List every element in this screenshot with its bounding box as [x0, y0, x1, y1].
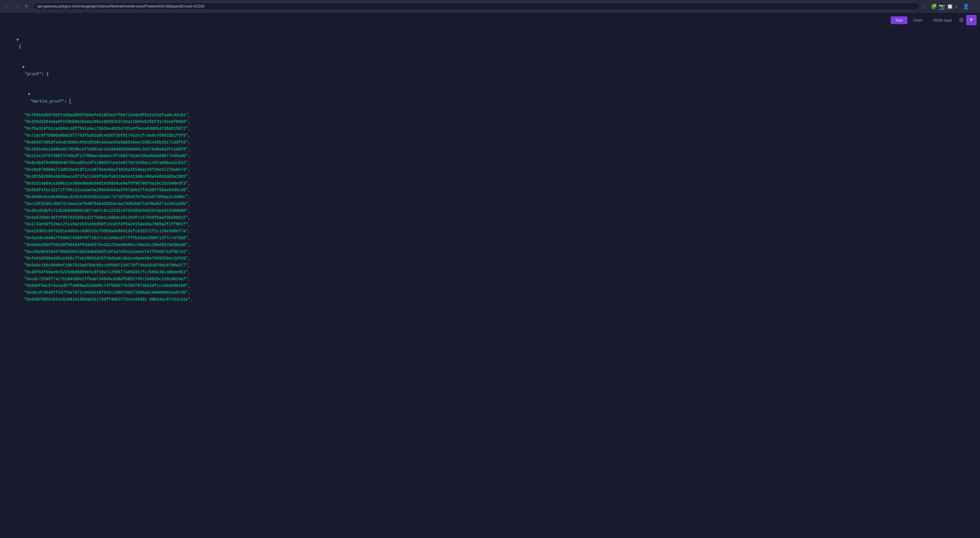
json-content: ▼ { ▼ "proof": { ▼ "merkle_proof": [ "0x… [0, 13, 980, 538]
list-item: "0x0abf5ac974a1ed57f4050aa510dd9c74f5082… [24, 283, 973, 289]
extension-icon-3[interactable]: 🔲 [947, 3, 953, 9]
root-toggle[interactable]: ▼ [17, 38, 19, 42]
list-item: "0x2733e50f526ec2fa19a22b31e8ed50f23cd1f… [24, 221, 973, 228]
list-item: "0xb0587385dfa3edc6b6ec85010538c4e2aed2e… [24, 139, 973, 146]
star-icon[interactable]: ☆ [923, 3, 928, 9]
list-item: "0xb8cd74046ff337f0a7bf2c8e03e10f642c188… [24, 289, 973, 296]
list-item: "0x91b14a04ce3d0b1ce30ded6e8e9a019350d4c… [24, 180, 973, 187]
url-bar[interactable] [33, 3, 920, 10]
chart-tab-button[interactable]: Chart [908, 16, 927, 24]
merkle-values-list: "0x7b5543b979257186add85f504efe31853e97f… [7, 112, 973, 303]
list-item: "0x6a67b0dc35f3f097625d5b1d2f76401cddb0c… [24, 214, 973, 221]
root-open: ▼ { [7, 30, 973, 57]
list-item: "0x4df84f40ae0c8229d0d6069e5c8f39a7c2996… [24, 269, 973, 276]
json-input-tab-button[interactable]: JSON Input [928, 16, 956, 24]
list-item: "0x329d1b64a6a0fe58bb8d10a8a190a105802b3… [24, 118, 973, 125]
corner-logo: P [966, 15, 977, 25]
tree-tab-button[interactable]: Tree [891, 16, 907, 24]
nav-buttons: ← → ↻ [3, 3, 30, 10]
list-item: "0x231e1578f386f3766bdf12788bacebeb1c9fc… [24, 153, 973, 160]
list-item: "0xf9a324f61ced694cddff591a9ec76b3be402b… [24, 125, 973, 133]
list-item: "0xb46a28b6f55540f89444f63de0378e3d121be… [24, 242, 973, 249]
list-item: "0x7b5543b979257186add85f504efe31853e97f… [24, 112, 973, 119]
list-item: "0x3490c6ceeb450aecdc82e28293031d10c7d73… [24, 194, 973, 201]
list-item: "0x6c4bdf94906b048755ca651cdf1108037cee1… [24, 160, 973, 166]
list-item: "0x28550260ba5630aaca5f2fa11d49f9defa631… [24, 173, 973, 180]
list-item: "0xf4418588ed35a2458cffeb39b93d26f18d2ab… [24, 255, 973, 262]
list-item: "0x2bcd3dbfc724b2b8960801d677eb7c5c222d1… [24, 208, 973, 214]
extension-icon-2[interactable]: 📷 [939, 3, 944, 9]
proof-key-line: ▼ "proof": { [13, 57, 973, 85]
proof-toggle[interactable]: ▼ [22, 65, 25, 69]
list-item: "0x838c5655cb21c6cb83313b5a631175dff4063… [24, 296, 973, 303]
list-item: "0x71dc8f78986a0b02377763fbd82a9c4436f3b… [24, 133, 973, 139]
browser-bar: ← → ↻ ☆ 🧩 📷 🔲 ⬇ 👤 ⋮ [0, 0, 980, 13]
toolbar: Tree Chart JSON Input ⚙ P [887, 13, 980, 27]
browser-actions: ☆ 🧩 📷 🔲 ⬇ 👤 ⋮ [923, 3, 977, 9]
list-item: "0xcdc72595f74c7b1043d0e1ffbab734648c838… [24, 276, 973, 283]
list-item: "0x5a9c16dc00d6ef18b7933a6f8dc65ccb55667… [24, 262, 973, 269]
settings-button[interactable]: ⚙ [958, 16, 965, 25]
extension-icon-1[interactable]: 🧩 [931, 3, 936, 9]
refresh-button[interactable]: ↻ [23, 3, 30, 10]
list-item: "0x5a2dce0a8a7f68bb74560f8f71837c2c2ebbc… [24, 235, 973, 242]
list-item: "0x56df4fec22272f705132ca4ae5a28044b643a… [24, 187, 973, 194]
forward-button[interactable]: → [13, 3, 21, 10]
merkle-toggle[interactable]: ▼ [28, 92, 30, 97]
list-item: "0xc0e876680a713d656edc9f12ca076eee9eaf4… [24, 166, 973, 173]
back-button[interactable]: ← [3, 3, 11, 10]
list-item: "0xe1d3b5c807b281e4683cc6d6315cf95b9ade8… [24, 228, 973, 235]
list-item: "0x169cebe1d40bd427059bcaf19061ac1a3d44d… [24, 146, 973, 153]
list-item: "0xc1df82d9c4b87413eae2ef048f94b4d3554ce… [24, 201, 973, 208]
menu-icon[interactable]: ⋮ [971, 3, 977, 9]
download-icon[interactable]: ⬇ [955, 3, 961, 9]
list-item: "0xc65e9645644786b620e2dd2ad648ddfcbf4a7… [24, 249, 973, 255]
profile-icon[interactable]: 👤 [963, 3, 969, 9]
merkle-key-line: ▼ "merkle_proof": [ [18, 85, 973, 112]
